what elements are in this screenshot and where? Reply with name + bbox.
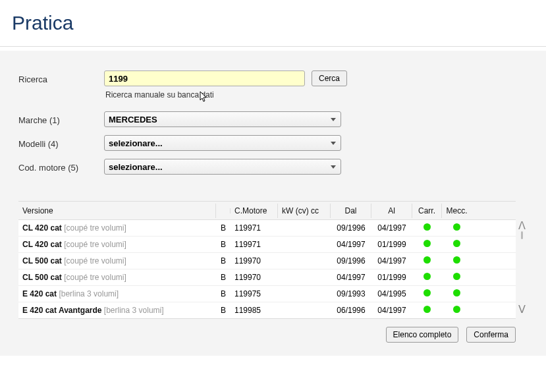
row-mecc [442, 287, 472, 301]
row-mecc [442, 254, 472, 268]
row-carr [412, 287, 442, 301]
row-type: B [216, 270, 231, 285]
scrollbar[interactable]: ᐱ ᐯ [516, 201, 528, 319]
engines-select[interactable]: selezionare... [104, 159, 341, 175]
chevron-down-icon [329, 162, 338, 171]
models-select[interactable]: selezionare... [104, 135, 341, 151]
col-type [216, 208, 231, 213]
row-to: 01/1999 [371, 270, 412, 285]
table-row[interactable]: E 420 cat [berlina 3 volumi]B11997509/19… [18, 285, 516, 302]
scroll-down-icon[interactable]: ᐯ [518, 304, 526, 315]
status-dot-icon [423, 289, 431, 296]
results-table: Versione C.Motore kW (cv) cc Dal Al Carr… [18, 201, 516, 319]
row-from: 09/1996 [331, 221, 371, 235]
engines-select-value: selezionare... [109, 162, 163, 172]
scroll-thumb[interactable] [521, 231, 523, 239]
search-button[interactable]: Cerca [312, 70, 347, 86]
row-version-body: [coupé tre volumi] [64, 223, 126, 233]
row-version-body: [coupé tre volumi] [64, 240, 126, 249]
row-version-name: E 420 cat Avantgarde [22, 306, 102, 315]
table-row[interactable]: E 420 cat Avantgarde [berlina 3 volumi]B… [18, 302, 516, 318]
brands-select-value: MERCEDES [109, 115, 157, 125]
chevron-down-icon [329, 115, 338, 124]
row-version-body: [coupé tre volumi] [64, 256, 126, 266]
table-header: Versione C.Motore kW (cv) cc Dal Al Carr… [18, 202, 516, 219]
chevron-down-icon [329, 138, 338, 148]
row-carr [412, 237, 442, 252]
row-version-name: E 420 cat [22, 289, 57, 298]
row-engine: 119971 [231, 237, 278, 252]
status-dot-icon [453, 289, 460, 296]
row-carr [412, 303, 442, 318]
row-kw [278, 275, 331, 280]
row-to: 04/1997 [371, 254, 412, 268]
page-title: Pratica [12, 12, 534, 34]
row-from: 04/1997 [331, 270, 371, 285]
table-row[interactable]: CL 420 cat [coupé tre volumi]B11997104/1… [18, 236, 516, 252]
row-version-name: CL 500 cat [22, 256, 62, 266]
row-kw [278, 225, 331, 231]
row-mecc [442, 221, 472, 235]
row-version-name: CL 420 cat [22, 223, 62, 233]
row-version-name: CL 420 cat [22, 240, 62, 249]
row-from: 06/1996 [331, 303, 371, 318]
row-version-name: CL 500 cat [22, 273, 62, 282]
models-label: Modelli (4) [18, 135, 104, 149]
table-row[interactable]: CL 500 cat [coupé tre volumi]B11997004/1… [18, 269, 516, 285]
status-dot-icon [453, 240, 460, 247]
brands-select[interactable]: MERCEDES [104, 111, 341, 127]
row-engine: 119970 [231, 270, 278, 285]
brands-label: Marche (1) [18, 111, 104, 125]
row-from: 09/1993 [331, 287, 371, 301]
search-input[interactable] [104, 70, 305, 86]
row-version-body: [berlina 3 volumi] [59, 289, 119, 298]
row-to: 04/1997 [371, 303, 412, 318]
full-list-button[interactable]: Elenco completo [386, 327, 459, 343]
row-type: B [216, 221, 231, 235]
row-engine: 119971 [231, 221, 278, 235]
row-to: 04/1995 [371, 287, 412, 301]
status-dot-icon [453, 306, 460, 313]
row-from: 04/1997 [331, 237, 371, 252]
scroll-up-icon[interactable]: ᐱ [518, 221, 526, 231]
row-mecc [442, 270, 472, 285]
row-mecc [442, 237, 472, 252]
row-carr [412, 254, 442, 268]
row-carr [412, 221, 442, 235]
row-type: B [216, 287, 231, 301]
row-to: 04/1997 [371, 221, 412, 235]
row-type: B [216, 303, 231, 318]
status-dot-icon [423, 223, 431, 231]
row-kw [278, 291, 331, 296]
models-select-value: selezionare... [109, 138, 163, 148]
engines-label: Cod. motore (5) [18, 159, 104, 173]
status-dot-icon [453, 223, 460, 231]
table-row[interactable]: CL 500 cat [coupé tre volumi]B11997009/1… [18, 252, 516, 269]
row-engine: 119970 [231, 254, 278, 268]
status-dot-icon [453, 273, 460, 280]
col-to: Al [371, 204, 412, 218]
confirm-button[interactable]: Conferma [466, 327, 516, 343]
row-engine: 119985 [231, 303, 278, 318]
col-version: Versione [18, 204, 216, 218]
row-type: B [216, 254, 231, 268]
row-version-body: [berlina 3 volumi] [104, 306, 164, 315]
col-kwcv: kW (cv) cc [278, 204, 331, 218]
row-kw [278, 242, 331, 247]
search-hint: Ricerca manuale su banca dati [105, 90, 347, 99]
col-carr: Carr. [412, 204, 442, 218]
status-dot-icon [453, 256, 460, 264]
col-engine: C.Motore [231, 204, 278, 218]
col-mecc: Mecc. [442, 204, 472, 218]
row-from: 09/1996 [331, 254, 371, 268]
row-engine: 119975 [231, 287, 278, 301]
row-type: B [216, 237, 231, 252]
status-dot-icon [423, 306, 431, 313]
status-dot-icon [423, 273, 431, 280]
search-label: Ricerca [18, 70, 104, 84]
row-kw [278, 258, 331, 264]
col-from: Dal [331, 204, 371, 218]
row-carr [412, 270, 442, 285]
row-mecc [442, 303, 472, 318]
table-row[interactable]: CL 420 cat [coupé tre volumi]B11997109/1… [18, 219, 516, 236]
